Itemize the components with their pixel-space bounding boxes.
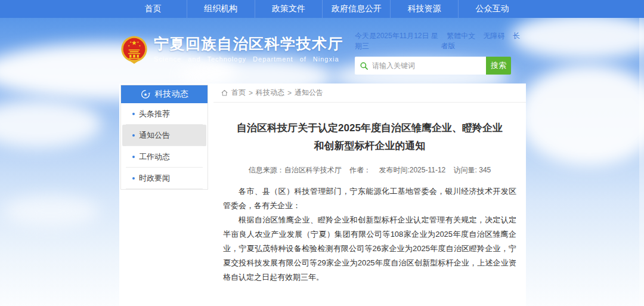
cloud-decoration bbox=[518, 64, 644, 166]
main-panel: ★ 科技动态 头条推荐 通知公告 工作动态 时政要闻 首页 > 科技动态 > 通… bbox=[119, 84, 526, 306]
article-meta: 信息来源：自治区科学技术厅 作者： 发布时间:2025-11-12 访问量: 3… bbox=[223, 165, 516, 175]
article-body: 各市、县（区）科技管理部门，宁东能源化工基地管委会，银川经济技术开发区管委会，各… bbox=[223, 184, 516, 285]
article-title: 自治区科技厅关于认定2025年度自治区雏鹰企业、瞪羚企业 和创新型标杆企业的通知 bbox=[223, 119, 516, 155]
sidebar-item-notices[interactable]: 通知公告 bbox=[122, 125, 206, 146]
svg-text:★: ★ bbox=[129, 41, 132, 44]
meta-author: 作者： bbox=[349, 166, 371, 174]
meta-source: 信息来源：自治区科学技术厅 bbox=[249, 166, 342, 174]
search-box bbox=[355, 57, 486, 75]
svg-text:★: ★ bbox=[137, 41, 140, 44]
sidebar-title: 科技动态 bbox=[155, 89, 188, 100]
site-title: 宁夏回族自治区科学技术厅 bbox=[154, 35, 343, 52]
breadcrumb-separator: > bbox=[287, 89, 292, 97]
breadcrumb-notices[interactable]: 通知公告 bbox=[295, 88, 323, 98]
meta-publish-time: 发布时间:2025-11-12 bbox=[379, 166, 445, 174]
site-logo-link[interactable]: ★ ★ ★ ★ 宁夏回族自治区科学技术厅 Science and Technol… bbox=[120, 35, 343, 66]
site-subtitle: Science and Technology Department of Nin… bbox=[154, 55, 343, 63]
nav-item-gov-info-disclosure[interactable]: 政府信息公开 bbox=[322, 0, 390, 18]
nav-item-organization[interactable]: 组织机构 bbox=[187, 0, 255, 18]
sidebar-item-current-politics[interactable]: 时政要闻 bbox=[122, 168, 206, 189]
nav-item-policy-documents[interactable]: 政策文件 bbox=[255, 0, 323, 18]
cloud-decoration bbox=[510, 13, 644, 60]
sidebar-item-headlines[interactable]: 头条推荐 bbox=[122, 103, 206, 125]
article-title-line2: 和创新型标杆企业的通知 bbox=[223, 137, 516, 155]
breadcrumb-tech-news[interactable]: 科技动态 bbox=[256, 88, 284, 98]
national-emblem-icon: ★ ★ ★ ★ bbox=[120, 35, 148, 66]
cloud-decoration bbox=[0, 100, 101, 148]
current-date-text: 今天是2025年11月12日 星期三 bbox=[355, 31, 441, 51]
cloud-decoration bbox=[4, 196, 99, 227]
accessibility-link[interactable]: 无障碍 bbox=[483, 32, 504, 40]
search-input[interactable] bbox=[372, 61, 486, 70]
tech-news-star-icon: ★ bbox=[141, 89, 150, 99]
svg-text:★: ★ bbox=[143, 92, 147, 97]
article-paragraph: 根据自治区雏鹰企业、瞪羚企业和创新型标杆企业认定管理有关规定，决定认定半亩良人农… bbox=[223, 213, 516, 285]
search-icon bbox=[360, 61, 369, 70]
meta-views: 访问量: 345 bbox=[454, 166, 491, 174]
nav-item-home[interactable]: 首页 bbox=[119, 0, 187, 18]
home-icon bbox=[221, 89, 228, 97]
sidebar-header: ★ 科技动态 bbox=[121, 85, 208, 103]
nav-item-tech-resources[interactable]: 科技资源 bbox=[390, 0, 458, 18]
content-area: 首页 > 科技动态 > 通知公告 自治区科技厅关于认定2025年度自治区雏鹰企业… bbox=[213, 84, 526, 306]
nav-item-public-interaction[interactable]: 公众互动 bbox=[458, 0, 526, 18]
article: 自治区科技厅关于认定2025年度自治区雏鹰企业、瞪羚企业 和创新型标杆企业的通知… bbox=[213, 119, 526, 306]
breadcrumb-home[interactable]: 首页 bbox=[231, 88, 246, 98]
sidebar: ★ 科技动态 头条推荐 通知公告 工作动态 时政要闻 bbox=[120, 85, 208, 190]
breadcrumb-separator: > bbox=[249, 89, 253, 97]
sidebar-item-work-news[interactable]: 工作动态 bbox=[122, 146, 206, 168]
article-paragraph: 各市、县（区）科技管理部门，宁东能源化工基地管委会，银川经济技术开发区管委会，各… bbox=[223, 184, 516, 213]
search-button[interactable]: 搜索 bbox=[486, 57, 511, 75]
traditional-chinese-link[interactable]: 繁體中文 bbox=[447, 32, 475, 40]
article-title-line1: 自治区科技厅关于认定2025年度自治区雏鹰企业、瞪羚企业 bbox=[223, 119, 516, 137]
breadcrumb: 首页 > 科技动态 > 通知公告 bbox=[213, 84, 526, 103]
scrollbar[interactable] bbox=[639, 18, 644, 306]
top-navigation: 首页 组织机构 政策文件 政府信息公开 科技资源 公众互动 bbox=[0, 0, 644, 18]
